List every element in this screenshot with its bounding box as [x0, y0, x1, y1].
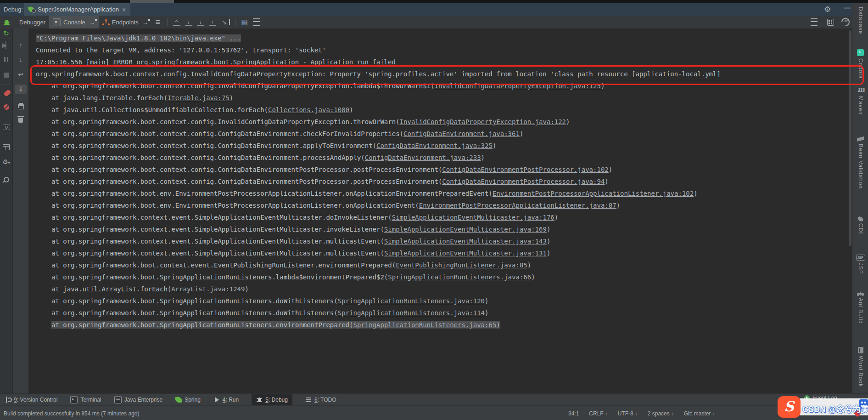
- stack-trace-link[interactable]: SimpleApplicationEventMulticaster.java:1…: [384, 238, 547, 245]
- clear-all-icon[interactable]: [13, 117, 28, 124]
- stack-trace-link[interactable]: EnvironmentPostProcessorApplicationListe…: [493, 190, 694, 197]
- stack-trace-link[interactable]: SimpleApplicationEventMulticaster.java:1…: [392, 214, 554, 221]
- csdn-logo-icon: S: [778, 396, 801, 418]
- step-over-icon[interactable]: ↓: [185, 19, 192, 26]
- stack-trace-link[interactable]: SpringApplicationRunListeners.java:120: [338, 297, 485, 305]
- rerun-icon[interactable]: ↻: [0, 29, 12, 38]
- step-out-icon[interactable]: ↑: [209, 19, 216, 26]
- down-stack-trace-icon[interactable]: ↓: [13, 56, 28, 63]
- status-message: Build completed successfully in 854 ms (…: [4, 410, 139, 417]
- close-tab-icon[interactable]: ×: [122, 6, 126, 13]
- tab-console[interactable]: Console →: [49, 16, 99, 28]
- pause-program-icon[interactable]: [0, 56, 12, 63]
- stack-trace-link[interactable]: InvalidConfigDataPropertyException.java:…: [400, 118, 566, 125]
- debugger-action-bar: ↻ ▶ ⚙▾: [0, 28, 13, 393]
- console-line: at java.util.Collections$UnmodifiableCol…: [36, 104, 856, 116]
- bottom-item-run[interactable]: 4: Run: [213, 394, 239, 406]
- memory-view-icon[interactable]: [827, 19, 834, 26]
- stack-trace-link[interactable]: SpringApplicationRunListeners.java:65: [353, 321, 496, 329]
- stripe-item-ant-build[interactable]: Ant Build: [852, 290, 868, 324]
- bottom-item-todo[interactable]: 6: TODO: [305, 394, 336, 406]
- stack-trace-link[interactable]: SimpleApplicationEventMulticaster.java:1…: [384, 250, 547, 257]
- console-line: at org.springframework.context.event.Sim…: [36, 223, 856, 235]
- jsf-icon: [856, 255, 865, 261]
- bottom-item-spring[interactable]: Spring: [175, 394, 201, 406]
- mute-breakpoints-icon[interactable]: [0, 104, 12, 111]
- pin-tab-icon[interactable]: [0, 176, 12, 184]
- focus-console-arrow-icon[interactable]: →: [89, 19, 95, 26]
- stripe-item-database[interactable]: Database: [852, 7, 868, 34]
- hamburger-menu-icon[interactable]: ≡: [154, 17, 162, 27]
- git-branch[interactable]: Git: master↕: [684, 410, 715, 417]
- stack-trace-link[interactable]: ConfigDataEnvironment.java:233: [365, 154, 481, 161]
- book-icon: [858, 347, 863, 353]
- stack-trace-link[interactable]: EventPublishingRunListener.java:85: [396, 261, 527, 269]
- console-line: at org.springframework.context.event.Sim…: [36, 211, 856, 223]
- restore-layout-icon[interactable]: [0, 144, 12, 152]
- evaluate-expression-icon[interactable]: ▦: [241, 18, 248, 26]
- bottom-item-debug[interactable]: 5: Debug: [252, 394, 292, 406]
- updown-arrow-icon: ↕: [712, 411, 715, 416]
- console-output[interactable]: "C:\Program Files\Java\jdk1.8.0_102\bin\…: [28, 28, 856, 397]
- stop-program-icon[interactable]: [0, 72, 12, 79]
- step-into-icon[interactable]: ↓: [197, 19, 204, 26]
- caret-position[interactable]: 34:1: [568, 410, 579, 417]
- stripe-item-word-book[interactable]: Word Book: [852, 347, 868, 387]
- bottom-tool-bar: 9: Version ControlTerminalJava Enterpris…: [0, 393, 868, 405]
- bottom-item-java-enterprise[interactable]: Java Enterprise: [114, 394, 162, 406]
- stack-trace-link[interactable]: SimpleApplicationEventMulticaster.java:1…: [384, 226, 547, 233]
- console-scrollbar[interactable]: [848, 28, 852, 392]
- stack-trace-link[interactable]: ArrayList.java:1249: [171, 285, 245, 293]
- run-to-cursor-icon[interactable]: ↘: [221, 19, 230, 26]
- focus-endpoints-arrow-icon[interactable]: →: [142, 19, 148, 26]
- stripe-item-cdi[interactable]: CDI: [852, 216, 868, 234]
- stripe-item-maven[interactable]: Maven: [852, 87, 868, 115]
- resume-program-icon[interactable]: ▶: [0, 41, 12, 49]
- scrollbar-thumb[interactable]: [849, 30, 851, 246]
- soft-wrap-icon[interactable]: ↩: [13, 71, 28, 78]
- console-line: 17:05:16.556 [main] ERROR org.springfram…: [36, 56, 856, 68]
- javaee-icon: [114, 396, 122, 403]
- stripe-item-jsf[interactable]: JSF: [852, 254, 868, 274]
- spring-boot-run-icon: [28, 6, 35, 13]
- view-breakpoints-icon[interactable]: [0, 90, 12, 97]
- stripe-item-codota[interactable]: Codota: [852, 49, 868, 79]
- console-line: at org.springframework.boot.env.Environm…: [36, 199, 856, 211]
- stack-trace-link[interactable]: Iterable.java:75: [168, 94, 230, 102]
- stack-trace-link[interactable]: SpringApplicationRunListeners.java:66: [388, 273, 531, 281]
- stack-trace-link[interactable]: ConfigDataEnvironment.java:361: [403, 130, 520, 137]
- file-encoding[interactable]: UTF-8↕: [618, 410, 638, 417]
- bottom-item-version-control[interactable]: 9: Version Control: [5, 394, 57, 406]
- indent-size[interactable]: 2 spaces↕: [648, 410, 674, 417]
- thread-dump-camera-icon[interactable]: [0, 124, 12, 131]
- stripe-item-bean-validation[interactable]: Bean Validation: [852, 136, 868, 189]
- updown-arrow-icon: ↕: [672, 411, 674, 416]
- settings-layout-icon[interactable]: [253, 18, 260, 26]
- stack-trace-link[interactable]: ConfigDataEnvironmentPostProcessor.java:…: [442, 178, 605, 185]
- up-stack-trace-icon[interactable]: ↑: [13, 41, 28, 49]
- status-items: 34:1CRLF↕UTF-8↕2 spaces↕Git: master↕: [568, 410, 715, 417]
- stack-trace-link[interactable]: ConfigDataEnvironmentPostProcessor.java:…: [442, 166, 608, 173]
- print-icon[interactable]: [13, 102, 28, 109]
- console-line: at org.springframework.boot.context.conf…: [36, 80, 856, 92]
- codota-icon: [857, 49, 864, 56]
- tab-endpoints[interactable]: Endpoints →: [99, 16, 152, 28]
- profiler-gauge-icon[interactable]: [840, 16, 851, 28]
- settings-gear-icon[interactable]: ⚙: [824, 5, 831, 14]
- stack-trace-link[interactable]: EnvironmentPostProcessorApplicationListe…: [419, 202, 616, 209]
- hide-window-icon[interactable]: —: [844, 4, 851, 11]
- stack-trace-link[interactable]: ConfigDataEnvironment.java:325: [376, 142, 493, 149]
- show-execution-point-icon[interactable]: ^: [173, 19, 180, 26]
- stack-trace-link[interactable]: InvalidConfigDataPropertyException.java:…: [434, 82, 600, 90]
- console-soft-menu-icon[interactable]: [811, 18, 818, 26]
- bottom-item-label: Spring: [185, 397, 201, 403]
- stack-trace-link[interactable]: SpringApplicationRunListeners.java:114: [338, 309, 485, 317]
- bottom-item-terminal[interactable]: Terminal: [70, 394, 101, 406]
- stripe-label: JSF: [857, 263, 864, 274]
- line-separator[interactable]: CRLF↕: [589, 410, 607, 417]
- debugger-settings-gear-icon[interactable]: ⚙▾: [0, 158, 12, 165]
- debug-session-tab[interactable]: SuperJsonManagerApplication ×: [24, 3, 130, 16]
- scroll-to-end-icon[interactable]: ⇓: [15, 85, 27, 94]
- stack-trace-link[interactable]: Collections.java:1080: [268, 106, 349, 114]
- tab-debugger[interactable]: Debugger: [16, 16, 49, 28]
